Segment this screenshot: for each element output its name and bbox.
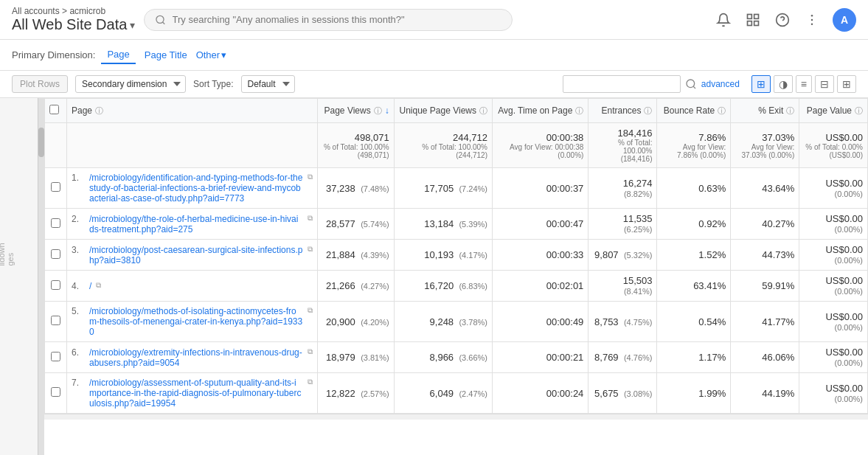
row-checkbox-1[interactable] bbox=[51, 218, 60, 228]
total-avg-time: 00:00:38 bbox=[546, 132, 584, 143]
pct-exit: 44.19% bbox=[762, 388, 794, 399]
view-icons: ⊞ ◑ ≡ ⊟ ⊞ bbox=[751, 75, 856, 93]
dimension-tabs: Primary Dimension: Page Page Title Other… bbox=[0, 40, 868, 71]
copy-icon[interactable]: ⧉ bbox=[308, 378, 313, 386]
table-row: 6. /microbiology/extremity-infections-in… bbox=[45, 342, 868, 373]
tab-page-title[interactable]: Page Title bbox=[139, 46, 193, 63]
row-num: 6. bbox=[72, 347, 86, 358]
unique-page-views-pct: (3.66%) bbox=[459, 353, 487, 362]
pct-exit-info-icon[interactable]: ⓘ bbox=[786, 105, 794, 117]
copy-icon[interactable]: ⧉ bbox=[308, 214, 313, 223]
tab-page[interactable]: Page bbox=[101, 46, 135, 64]
row-checkbox-5[interactable] bbox=[51, 352, 60, 361]
col-pct-exit-label: % Exit bbox=[758, 105, 783, 116]
col-page-label: Page bbox=[72, 105, 92, 116]
unique-page-views-pct: (3.78%) bbox=[459, 318, 487, 327]
filter-search-icon[interactable] bbox=[685, 78, 697, 90]
col-header-checkbox bbox=[45, 99, 67, 123]
page-link[interactable]: /microbiology/the-role-of-herbal-medicin… bbox=[89, 214, 303, 235]
page-link[interactable]: / bbox=[89, 281, 91, 291]
row-checkbox-3[interactable] bbox=[51, 280, 60, 290]
view-comparison-button[interactable]: ◑ bbox=[774, 75, 793, 93]
data-table: Page ⓘ Page Views ⓘ ↓ bbox=[44, 98, 868, 414]
page-value-info-icon[interactable]: ⓘ bbox=[855, 105, 863, 117]
view-bar-button[interactable]: ≡ bbox=[796, 75, 812, 93]
table-row: 2. /microbiology/the-role-of-herbal-medi… bbox=[45, 209, 868, 240]
site-title-dropdown-icon[interactable]: ▾ bbox=[130, 19, 135, 31]
more-vert-icon[interactable] bbox=[803, 11, 821, 29]
page-info-icon[interactable]: ⓘ bbox=[95, 105, 103, 117]
filter-input[interactable] bbox=[563, 75, 681, 93]
sidebar: lldownges bbox=[0, 98, 44, 455]
view-heatmap-button[interactable]: ⊞ bbox=[837, 75, 856, 93]
unique-page-views: 6,049 bbox=[430, 388, 454, 399]
page-views-info-icon[interactable]: ⓘ bbox=[374, 105, 382, 117]
copy-icon[interactable]: ⧉ bbox=[308, 306, 313, 315]
filter-bar: advanced bbox=[563, 75, 740, 93]
breadcrumb: All accounts > acmicrob bbox=[12, 6, 135, 16]
table-wrapper: Page ⓘ Page Views ⓘ ↓ bbox=[44, 98, 868, 414]
col-header-page-value: Page Value ⓘ bbox=[799, 99, 868, 123]
total-unique-views: 244,712 bbox=[453, 132, 487, 143]
toolbar: Plot Rows Secondary dimension Sort Type:… bbox=[0, 71, 868, 98]
horizontal-scrollbar[interactable] bbox=[44, 414, 868, 420]
avatar[interactable]: A bbox=[833, 8, 856, 32]
unique-views-info-icon[interactable]: ⓘ bbox=[479, 105, 487, 117]
total-entrances-sub: % of Total: 100.00% (184,416) bbox=[593, 139, 652, 163]
main-content: Page ⓘ Page Views ⓘ ↓ bbox=[44, 98, 868, 455]
copy-icon[interactable]: ⧉ bbox=[308, 173, 313, 181]
page-link[interactable]: /microbiology/extremity-infections-in-in… bbox=[89, 347, 303, 368]
grid-icon[interactable] bbox=[744, 11, 762, 29]
plot-rows-button[interactable]: Plot Rows bbox=[12, 75, 68, 93]
global-search-bar[interactable] bbox=[144, 9, 513, 31]
page-views-pct: (4.20%) bbox=[361, 318, 389, 327]
secondary-dimension-select[interactable]: Secondary dimension bbox=[75, 75, 186, 93]
entrances-pct: (6.25%) bbox=[624, 225, 653, 234]
col-page-value-label: Page Value bbox=[807, 105, 852, 116]
row-checkbox-2[interactable] bbox=[51, 249, 60, 259]
row-num: 7. bbox=[72, 378, 86, 388]
global-search-input[interactable] bbox=[173, 14, 502, 25]
page-value-pct: (0.00%) bbox=[834, 395, 863, 403]
select-all-checkbox[interactable] bbox=[49, 105, 59, 114]
copy-icon[interactable]: ⧉ bbox=[308, 245, 313, 254]
page-link[interactable]: /microbiology/methods-of-isolating-actin… bbox=[89, 306, 303, 337]
main-layout: lldownges Page ⓘ bbox=[0, 98, 868, 455]
row-checkbox-0[interactable] bbox=[51, 182, 60, 192]
entrances-info-icon[interactable]: ⓘ bbox=[644, 105, 652, 117]
search-icon bbox=[155, 14, 166, 26]
entrances-pct: (4.75%) bbox=[624, 318, 653, 327]
view-pivot-button[interactable]: ⊟ bbox=[815, 75, 834, 93]
page-views: 18,979 bbox=[326, 352, 355, 363]
unique-page-views-pct: (4.17%) bbox=[459, 251, 487, 260]
advanced-link[interactable]: advanced bbox=[701, 79, 740, 89]
avg-time: 00:00:24 bbox=[546, 388, 584, 399]
page-link[interactable]: /microbiology/post-caesarean-surgical-si… bbox=[89, 245, 303, 265]
copy-icon[interactable]: ⧉ bbox=[96, 281, 101, 290]
site-title[interactable]: All Web Site Data ▾ bbox=[12, 16, 135, 33]
bounce-rate: 1.99% bbox=[698, 388, 726, 399]
avg-time-info-icon[interactable]: ⓘ bbox=[575, 105, 583, 117]
view-data-table-button[interactable]: ⊞ bbox=[751, 75, 771, 93]
tab-other[interactable]: Other ▾ bbox=[196, 49, 227, 60]
unique-page-views: 10,193 bbox=[424, 249, 454, 260]
page-link[interactable]: /microbiology/identification-and-typing-… bbox=[89, 173, 303, 204]
unique-page-views-pct: (5.39%) bbox=[459, 220, 487, 229]
row-checkbox-4[interactable] bbox=[51, 316, 60, 325]
copy-icon[interactable]: ⧉ bbox=[308, 347, 313, 356]
page-link[interactable]: /microbiology/assessment-of-sputum-quali… bbox=[89, 378, 303, 409]
bell-icon[interactable] bbox=[715, 11, 732, 29]
row-checkbox-6[interactable] bbox=[51, 387, 60, 397]
total-entrances: 184,416 bbox=[617, 128, 652, 139]
col-avg-time-label: Avg. Time on Page bbox=[498, 105, 572, 116]
unique-page-views: 17,705 bbox=[424, 183, 454, 194]
svg-point-10 bbox=[811, 23, 813, 25]
page-value-pct: (0.00%) bbox=[834, 225, 863, 234]
help-icon[interactable] bbox=[774, 11, 791, 29]
sort-type-select[interactable]: Default bbox=[241, 75, 295, 93]
unique-page-views: 8,966 bbox=[430, 352, 454, 363]
svg-line-12 bbox=[693, 86, 695, 88]
col-header-bounce-rate: Bounce Rate ⓘ bbox=[657, 99, 731, 123]
unique-page-views: 9,248 bbox=[430, 316, 454, 327]
bounce-rate-info-icon[interactable]: ⓘ bbox=[718, 105, 726, 117]
